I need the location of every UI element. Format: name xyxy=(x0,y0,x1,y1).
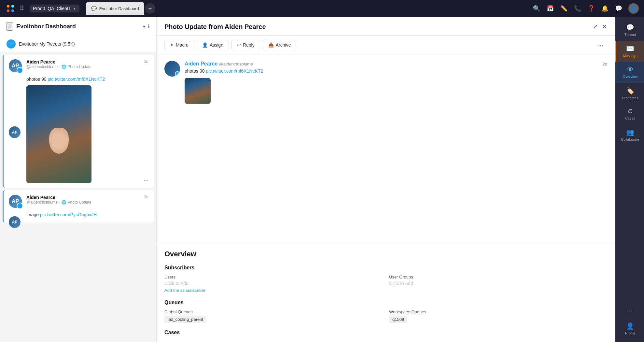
sidebar-more-button[interactable]: ··· xyxy=(623,303,637,318)
thread-icon: 💬 xyxy=(626,23,634,31)
info-icon[interactable]: ℹ xyxy=(148,23,150,30)
cases-icon: C xyxy=(628,108,632,115)
chat-icon[interactable]: 💬 xyxy=(615,5,623,12)
properties-icon: 🏷️ xyxy=(626,87,634,95)
profile-icon: 👤 xyxy=(626,322,634,330)
message-thumbnail xyxy=(185,78,211,104)
groups-label: User Groups xyxy=(389,275,607,279)
sidebar-item-profile[interactable]: 👤 Profile xyxy=(615,318,644,339)
sidebar-profile-label: Profile xyxy=(625,331,635,335)
cases-title: Cases xyxy=(164,330,607,335)
users-label: Users xyxy=(164,275,383,279)
avatar-verified-icon xyxy=(17,67,23,74)
sidebar-item-message[interactable]: ✉️ Message xyxy=(615,41,644,62)
sidebar-item-properties[interactable]: 🏷️ Properties xyxy=(615,83,644,104)
more-actions-button[interactable]: ··· xyxy=(594,39,607,51)
message-link[interactable]: pic.twitter.com/mf6X1NcKT2 xyxy=(206,68,263,74)
message-content: Aiden Pearce @aidenctosblume 2d photos 9… xyxy=(185,61,607,104)
message-avatar xyxy=(164,61,180,77)
calendar-icon[interactable]: 📅 xyxy=(546,5,554,12)
sidebar-item-thread[interactable]: 💬 Thread xyxy=(615,20,644,41)
globe-icon-2: 🌐 xyxy=(62,200,66,205)
macro-label: Macro xyxy=(176,42,189,48)
assign-button[interactable]: 👤 Assign xyxy=(197,40,229,50)
reply-label: Reply xyxy=(243,42,255,48)
tab-add-button[interactable]: + xyxy=(145,3,155,14)
edit-icon[interactable]: ✏️ xyxy=(560,5,568,12)
collaborate-icon: 👥 xyxy=(626,128,634,136)
tab-evoltobor[interactable]: 💬 Evoltobor Dashboard xyxy=(86,2,144,15)
conversation-title: Photo Update from Aiden Pearce xyxy=(164,23,266,31)
queues-grid: Global Queues lax_cooling_parent Workspa… xyxy=(164,309,607,323)
bell-icon[interactable]: 🔔 xyxy=(601,5,609,12)
sidebar-overview-label: Overview xyxy=(623,75,638,79)
feed-link-2[interactable]: pic.twitter.com/PysGugbxJH xyxy=(40,212,97,217)
sidebar-item-collaborate[interactable]: 👥 Collaborate xyxy=(615,124,644,146)
subscribers-section: Subscribers Users Click to Add User Grou… xyxy=(164,265,607,293)
feed-item[interactable]: AP Aiden Pearce @aidenctosblume · 🌐 Phot… xyxy=(3,190,154,223)
sidebar-thread-label: Thread xyxy=(624,33,636,37)
avatar-wrap: AP xyxy=(9,59,23,74)
add-subscriber-link[interactable]: Add me as subscriber xyxy=(164,288,205,293)
close-icon[interactable]: ✕ xyxy=(602,23,607,31)
feed-image-inner xyxy=(26,85,91,183)
feed-link[interactable]: pic.twitter.com/mf6X1NcKT2 xyxy=(48,77,105,82)
global-queue-value[interactable]: lax_cooling_parent xyxy=(164,316,206,323)
workspace-queue-value[interactable]: q1509 xyxy=(389,316,407,323)
help-icon[interactable]: ❓ xyxy=(587,5,595,12)
left-panel-header: ☆ Evoltobor Dashboard ▾ ℹ xyxy=(0,17,156,36)
queues-section: Queues Global Queues lax_cooling_parent … xyxy=(164,300,607,323)
sidebar-item-cases[interactable]: C Cases xyxy=(615,104,644,124)
macro-button[interactable]: ✦ Macro xyxy=(164,40,194,50)
workspace-queues-label: Workspace Queues xyxy=(389,309,607,314)
feed-item-header: AP Aiden Pearce @aidenctosblume · 🌐 Phot… xyxy=(9,59,148,74)
feed-handle-line: @aidenctosblume · 🌐 Photo Update xyxy=(26,64,141,69)
tweets-title: Evoltobor My Tweets (9.5K) xyxy=(19,41,75,47)
users-placeholder[interactable]: Click to Add xyxy=(164,281,383,286)
groups-placeholder[interactable]: Click to Add xyxy=(389,281,607,286)
reply-icon: ↩ xyxy=(237,42,241,48)
queues-subtitle: Queues xyxy=(164,300,607,306)
feed-item[interactable]: AP Aiden Pearce @aidenctosblume · 🌐 Phot… xyxy=(3,55,154,188)
grid-icon[interactable]: ⠿ xyxy=(20,5,24,12)
sub-avatar-area-2: AP xyxy=(9,216,21,228)
subscribers-subtitle: Subscribers xyxy=(164,265,607,271)
globe-icon: 🌐 xyxy=(62,64,66,69)
svg-point-2 xyxy=(7,9,10,12)
archive-button[interactable]: 📥 Archive xyxy=(263,40,297,50)
workspace-label: Prod0_QA_Client1 xyxy=(33,6,71,11)
overview-title: Overview xyxy=(164,250,607,258)
reply-button[interactable]: ↩ Reply xyxy=(231,40,260,50)
sidebar-cases-label: Cases xyxy=(625,116,635,121)
svg-point-1 xyxy=(11,5,14,8)
users-field: Users Click to Add xyxy=(164,275,383,286)
sidebar-properties-label: Properties xyxy=(622,96,638,100)
message-author-name: Aiden Pearce xyxy=(185,61,217,66)
assign-icon: 👤 xyxy=(202,42,208,48)
star-button[interactable]: ☆ xyxy=(7,22,13,31)
avatar-verified-icon-2 xyxy=(17,203,23,209)
user-avatar[interactable]: 👤 xyxy=(628,3,639,14)
tab-bar: 💬 Evoltobor Dashboard + xyxy=(86,2,529,15)
panel-dropdown-icon[interactable]: ▾ xyxy=(143,24,145,29)
feed-more-button[interactable]: ··· xyxy=(144,177,148,184)
conversation-header: Photo Update from Aiden Pearce ⤢ ✕ xyxy=(157,17,615,36)
svg-point-3 xyxy=(11,9,14,12)
tab-label: Evoltobor Dashboard xyxy=(99,6,139,11)
message-icon: ✉️ xyxy=(626,45,634,52)
search-icon[interactable]: 🔍 xyxy=(533,5,540,12)
workspace-selector[interactable]: Prod0_QA_Client1 ▼ xyxy=(30,5,79,12)
center-panel: Photo Update from Aiden Pearce ⤢ ✕ ✦ Mac… xyxy=(156,17,615,342)
share-icon[interactable]: ⤢ xyxy=(593,23,598,30)
feed-handle: @aidenctosblume xyxy=(26,64,58,69)
action-bar: ✦ Macro 👤 Assign ↩ Reply 📥 Archive ··· xyxy=(157,36,615,54)
nav-actions: 🔍 📅 ✏️ 📞 ❓ 🔔 💬 👤 xyxy=(533,3,639,14)
feed-type-2: Photo Update xyxy=(68,200,91,205)
sidebar-item-overview[interactable]: 👁 Overview xyxy=(615,62,644,83)
sidebar-message-label: Message xyxy=(623,54,637,58)
assign-label: Assign xyxy=(210,42,223,48)
archive-label: Archive xyxy=(276,42,291,48)
main-layout: ☆ Evoltobor Dashboard ▾ ℹ 🐦 Evoltobor My… xyxy=(0,17,644,342)
phone-icon[interactable]: 📞 xyxy=(574,5,581,12)
workspace-arrow-icon: ▼ xyxy=(73,7,76,10)
